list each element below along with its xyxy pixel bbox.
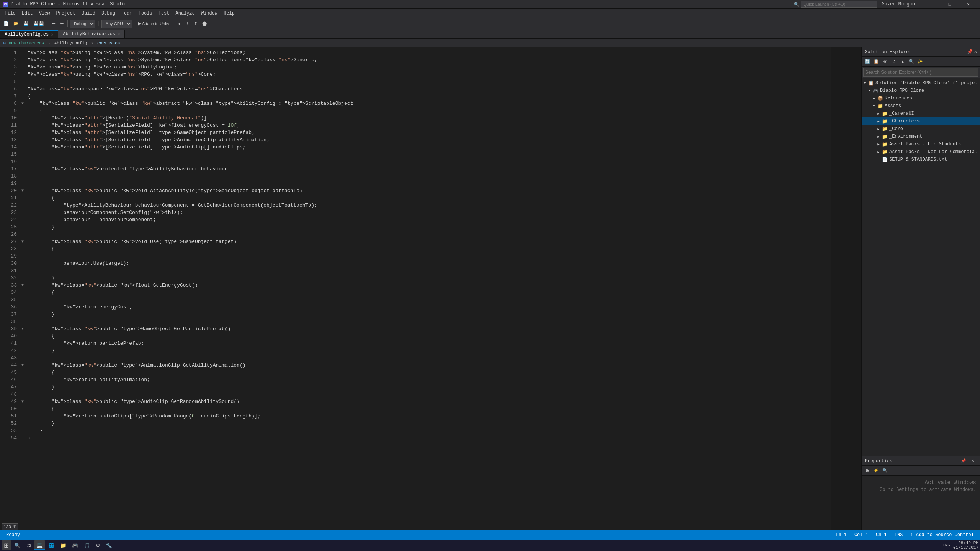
se-show-all-btn[interactable]: 👁 <box>881 58 889 65</box>
code-line-2[interactable]: "kw">class="kw">using "kw">class="ns">Sy… <box>20 56 831 64</box>
menu-item-help[interactable]: Help <box>220 10 238 17</box>
open-btn[interactable]: 📂 <box>11 20 21 28</box>
code-line-38[interactable] <box>20 318 831 325</box>
code-line-51[interactable]: "kw">return audioClips["type">Random.Ran… <box>20 412 831 420</box>
code-line-7[interactable]: { <box>20 93 831 100</box>
quick-launch-input[interactable] <box>801 1 877 8</box>
tree-item-solution[interactable]: ▼📋Solution 'Diablo RPG Clone' (1 project… <box>862 79 980 87</box>
code-line-12[interactable]: "kw">class="attr">[SerializeField] "type… <box>20 129 831 136</box>
fold-icon[interactable]: ▼ <box>21 187 28 194</box>
tree-item-cameraUI[interactable]: ▶📁_CameraUI <box>862 110 980 117</box>
tab-close-icon[interactable]: ✕ <box>118 32 120 36</box>
undo-btn[interactable]: ↩ <box>50 20 57 28</box>
fold-icon[interactable]: ▼ <box>21 362 28 369</box>
redo-btn[interactable]: ↪ <box>58 20 65 28</box>
code-line-11[interactable]: "kw">class="attr">[SerializeField] "kw">… <box>20 122 831 129</box>
tree-item-assets[interactable]: ▼📁Assets <box>862 102 980 110</box>
code-line-52[interactable]: } <box>20 420 831 427</box>
code-line-50[interactable]: { <box>20 405 831 412</box>
attach-to-unity-btn[interactable]: ▶ Attach to Unity <box>136 20 172 28</box>
menu-item-build[interactable]: Build <box>78 10 98 17</box>
explorer-btn[interactable]: 📁 <box>58 540 69 550</box>
step-out-btn[interactable]: ⬆ <box>192 20 199 28</box>
search-solution-input[interactable] <box>863 68 978 77</box>
debug-mode-select[interactable]: Debug <box>70 20 95 28</box>
code-line-27[interactable]: ▼ "kw">class="kw">public "kw">void Use("… <box>20 238 831 245</box>
code-lines[interactable]: "kw">class="kw">using "kw">class="ns">Sy… <box>20 47 831 533</box>
menu-item-edit[interactable]: Edit <box>19 10 36 17</box>
tree-item-core[interactable]: ▶📁_Core <box>862 125 980 133</box>
search-btn[interactable]: 🔍 <box>12 540 23 550</box>
code-line-44[interactable]: ▼ "kw">class="kw">public "type">Animatio… <box>20 362 831 369</box>
code-line-31[interactable] <box>20 267 831 274</box>
code-line-29[interactable] <box>20 253 831 260</box>
tab-AbilityBehaviour-cs[interactable]: AbilityBehaviour.cs✕ <box>58 30 125 38</box>
code-line-28[interactable]: { <box>20 245 831 253</box>
code-line-19[interactable] <box>20 180 831 187</box>
tree-arrow-environment[interactable]: ▶ <box>875 133 882 140</box>
save-btn[interactable]: 💾 <box>21 20 31 28</box>
tree-item-project[interactable]: ▼🎮Diablo RPG Clone <box>862 87 980 95</box>
props-grid-btn[interactable]: ⊞ <box>863 467 872 474</box>
code-line-47[interactable]: } <box>20 383 831 391</box>
se-refresh-btn[interactable]: ↺ <box>890 58 898 65</box>
code-line-39[interactable]: ▼ "kw">class="kw">public "type">GameObje… <box>20 325 831 333</box>
code-line-25[interactable]: } <box>20 223 831 231</box>
code-line-13[interactable]: "kw">class="attr">[SerializeField] "type… <box>20 136 831 143</box>
code-line-46[interactable]: "kw">return abilityAnimation; <box>20 376 831 383</box>
menu-item-team[interactable]: Team <box>118 10 136 17</box>
tree-arrow-students[interactable]: ▶ <box>875 140 882 148</box>
step-into-btn[interactable]: ⬇ <box>184 20 191 28</box>
se-filter-btn[interactable]: 🔍 <box>907 58 916 65</box>
tree-arrow-commercial[interactable]: ▶ <box>875 148 882 156</box>
code-line-4[interactable]: "kw">class="kw">using "kw">class="ns">RP… <box>20 71 831 78</box>
se-properties-btn[interactable]: 📋 <box>872 58 880 65</box>
menu-item-analyze[interactable]: Analyze <box>173 10 198 17</box>
menu-item-project[interactable]: Project <box>53 10 78 17</box>
task-view-btn[interactable]: 🗂 <box>24 540 33 550</box>
code-line-14[interactable]: "kw">class="attr">[SerializeField] "type… <box>20 143 831 151</box>
unity-btn[interactable]: 🎮 <box>70 540 81 550</box>
fold-icon[interactable]: ▼ <box>21 325 28 333</box>
menu-item-tools[interactable]: Tools <box>136 10 155 17</box>
tree-arrow-core[interactable]: ▶ <box>875 125 882 133</box>
se-close-icon[interactable]: ✕ <box>974 49 977 55</box>
menu-item-test[interactable]: Test <box>155 10 173 17</box>
props-search-btn[interactable]: 🔍 <box>881 467 889 474</box>
start-btn[interactable]: ⊞ <box>2 540 11 550</box>
code-line-37[interactable]: } <box>20 311 831 318</box>
tree-arrow-assets[interactable]: ▼ <box>871 102 877 110</box>
code-line-20[interactable]: ▼ "kw">class="kw">public "kw">void Attac… <box>20 187 831 194</box>
tab-AbilityConfig-cs[interactable]: AbilityConfig.cs✕ <box>0 30 58 38</box>
platform-select[interactable]: Any CPU <box>101 20 132 28</box>
code-line-26[interactable] <box>20 231 831 238</box>
fold-icon[interactable]: ▼ <box>21 238 28 245</box>
tree-item-characters[interactable]: ▶📁_Characters <box>862 117 980 125</box>
code-line-49[interactable]: ▼ "kw">class="kw">public "type">AudioCli… <box>20 398 831 405</box>
tree-item-references[interactable]: ▶📦References <box>862 95 980 102</box>
code-line-43[interactable] <box>20 354 831 362</box>
tree-item-students[interactable]: ▶📁Asset Packs - For Students <box>862 140 980 148</box>
props-event-btn[interactable]: ⚡ <box>872 467 880 474</box>
close-button[interactable]: ✕ <box>959 0 977 8</box>
se-pin-icon[interactable]: 📌 <box>967 49 973 55</box>
code-line-21[interactable]: { <box>20 194 831 202</box>
app8-btn[interactable]: ⚙ <box>93 540 103 550</box>
menu-item-debug[interactable]: Debug <box>98 10 118 17</box>
tree-item-environment[interactable]: ▶📁_Environment <box>862 133 980 140</box>
menu-item-window[interactable]: Window <box>198 10 220 17</box>
fold-icon[interactable]: ▼ <box>21 100 28 107</box>
breakpoints-btn[interactable]: ⬤ <box>200 20 209 28</box>
code-line-3[interactable]: "kw">class="kw">using "kw">class="ns">Un… <box>20 64 831 71</box>
code-line-24[interactable]: behaviour = behaviourComponent; <box>20 216 831 223</box>
tree-arrow-setup[interactable] <box>875 156 882 163</box>
code-line-34[interactable]: { <box>20 289 831 296</box>
save-all-btn[interactable]: 💾💾 <box>31 20 46 28</box>
code-line-9[interactable]: { <box>20 107 831 114</box>
code-line-45[interactable]: { <box>20 369 831 376</box>
se-sync-btn[interactable]: 🔄 <box>863 58 872 65</box>
code-line-30[interactable]: behaviour.Use(target); <box>20 260 831 267</box>
maximize-button[interactable]: □ <box>941 0 959 8</box>
chrome-btn[interactable]: 🌐 <box>46 540 57 550</box>
code-line-1[interactable]: "kw">class="kw">using "kw">class="ns">Sy… <box>20 49 831 56</box>
